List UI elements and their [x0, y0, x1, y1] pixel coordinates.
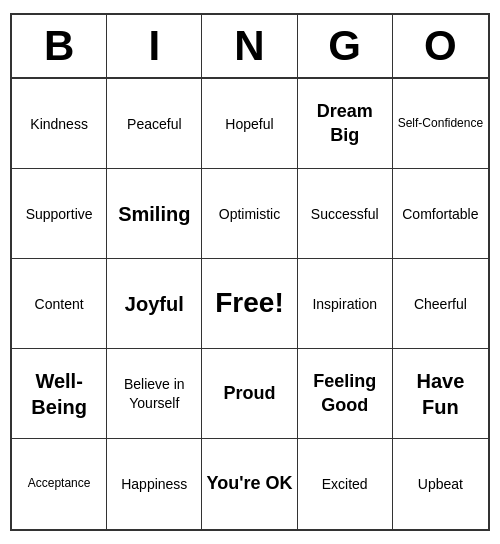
bingo-cell: Hopeful [202, 79, 297, 169]
bingo-cell: Believe in Yourself [107, 349, 202, 439]
bingo-cell: Feeling Good [298, 349, 393, 439]
header-letter: G [298, 15, 393, 77]
bingo-cell: Comfortable [393, 169, 488, 259]
bingo-card: BINGO KindnessPeacefulHopefulDream BigSe… [10, 13, 490, 531]
bingo-cell: Self-Confidence [393, 79, 488, 169]
header-letter: N [202, 15, 297, 77]
header-letter: I [107, 15, 202, 77]
bingo-cell: Optimistic [202, 169, 297, 259]
bingo-cell: Proud [202, 349, 297, 439]
bingo-cell: Well-Being [12, 349, 107, 439]
bingo-cell: Peaceful [107, 79, 202, 169]
bingo-cell: Upbeat [393, 439, 488, 529]
bingo-cell: Kindness [12, 79, 107, 169]
bingo-cell: Smiling [107, 169, 202, 259]
bingo-cell: Inspiration [298, 259, 393, 349]
bingo-cell: You're OK [202, 439, 297, 529]
bingo-header: BINGO [12, 15, 488, 79]
bingo-cell: Content [12, 259, 107, 349]
bingo-cell: Joyful [107, 259, 202, 349]
bingo-cell: Cheerful [393, 259, 488, 349]
bingo-cell: Have Fun [393, 349, 488, 439]
bingo-cell: Dream Big [298, 79, 393, 169]
bingo-cell: Successful [298, 169, 393, 259]
bingo-cell: Acceptance [12, 439, 107, 529]
bingo-grid: KindnessPeacefulHopefulDream BigSelf-Con… [12, 79, 488, 529]
bingo-cell: Free! [202, 259, 297, 349]
header-letter: O [393, 15, 488, 77]
bingo-cell: Excited [298, 439, 393, 529]
bingo-cell: Supportive [12, 169, 107, 259]
bingo-cell: Happiness [107, 439, 202, 529]
header-letter: B [12, 15, 107, 77]
